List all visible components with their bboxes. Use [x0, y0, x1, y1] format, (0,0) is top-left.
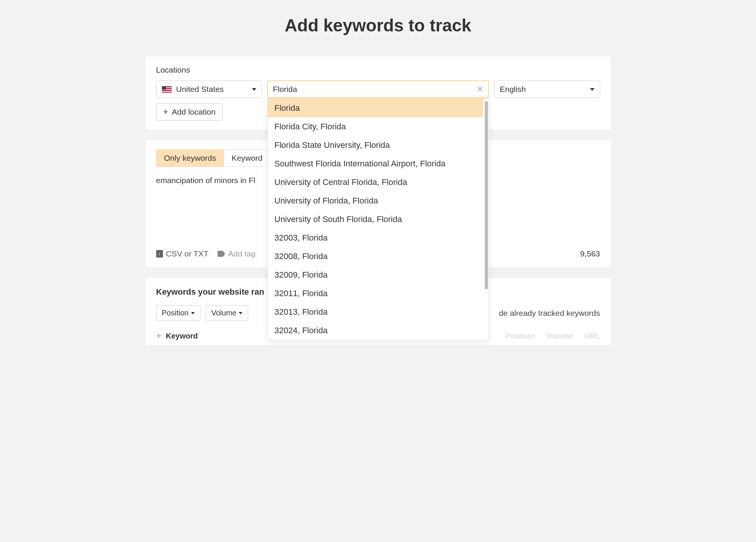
tab-keywords-url[interactable]: Keyword: [224, 149, 270, 167]
filter-position[interactable]: Position: [156, 305, 200, 321]
location-search-input-wrap[interactable]: ✕: [267, 81, 489, 98]
tab-only-keywords[interactable]: Only keywords: [156, 149, 224, 167]
location-suggestion-item[interactable]: Florida State University, Florida: [268, 136, 483, 154]
location-suggestion-item[interactable]: 32009, Florida: [268, 266, 483, 284]
country-value: United States: [176, 85, 224, 94]
dropdown-scrollbar[interactable]: [483, 99, 489, 340]
add-location-label: Add location: [172, 107, 216, 116]
location-suggestion-item[interactable]: 32011, Florida: [268, 284, 483, 303]
location-suggestion-item[interactable]: Florida: [268, 99, 483, 117]
language-value: English: [500, 85, 526, 94]
location-suggestion-item[interactable]: 32025, Florida: [268, 340, 483, 340]
locations-panel: Locations United States ✕ FloridaFlorida…: [146, 56, 611, 130]
location-suggestion-item[interactable]: University of South Florida, Florida: [268, 210, 483, 228]
add-location-button[interactable]: + Add location: [156, 103, 223, 121]
tag-icon: [217, 251, 225, 257]
locations-label: Locations: [156, 65, 600, 75]
clear-icon[interactable]: ✕: [477, 84, 483, 94]
chevron-down-icon: [239, 312, 242, 314]
plus-icon: +: [163, 107, 168, 117]
upload-icon: [156, 250, 163, 258]
location-search-input[interactable]: [273, 85, 477, 94]
location-suggestion-item[interactable]: 32024, Florida: [268, 321, 483, 340]
keywords-counter: 9,563: [580, 249, 600, 258]
language-select[interactable]: English: [494, 81, 600, 98]
flag-us-icon: [162, 86, 172, 93]
obscured-columns: Position Volume URL: [505, 332, 600, 340]
chevron-down-icon: [590, 88, 595, 91]
location-suggestion-item[interactable]: Florida City, Florida: [268, 117, 483, 136]
location-suggestion-item[interactable]: 32008, Florida: [268, 247, 483, 266]
column-keyword[interactable]: Keyword: [166, 332, 198, 340]
filter-volume[interactable]: Volume: [206, 305, 248, 321]
location-suggestion-item[interactable]: University of Central Florida, Florida: [268, 173, 483, 191]
chevron-down-icon: [191, 312, 195, 314]
chevron-down-icon: [252, 88, 256, 91]
location-suggestions-dropdown: FloridaFlorida City, FloridaFlorida Stat…: [267, 98, 489, 340]
location-suggestion-item[interactable]: 32003, Florida: [268, 228, 483, 247]
page-title: Add keywords to track: [146, 15, 611, 36]
upload-csv-txt-button[interactable]: CSV or TXT: [156, 249, 209, 258]
add-tag-button[interactable]: Add tag: [217, 249, 255, 258]
country-select[interactable]: United States: [156, 81, 262, 98]
add-all-icon[interactable]: +: [156, 331, 161, 341]
hide-tracked-text: de already tracked keywords: [499, 309, 600, 318]
location-suggestion-item[interactable]: 32013, Florida: [268, 303, 483, 321]
location-suggestion-item[interactable]: Southwest Florida International Airport,…: [268, 154, 483, 173]
location-suggestion-item[interactable]: University of Florida, Florida: [268, 191, 483, 210]
